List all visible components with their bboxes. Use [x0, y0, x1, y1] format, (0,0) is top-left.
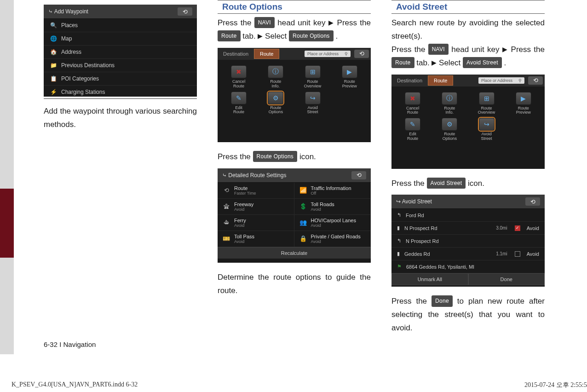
add-waypoint-title: Add Waypoint [54, 8, 88, 15]
detail-setting-item[interactable]: 📶Traffic InformationOff [294, 183, 371, 199]
street-name: N Prospect Rd [406, 238, 439, 244]
menu-label: Map [61, 35, 72, 42]
back-button[interactable]: ⟲ [351, 171, 366, 179]
done-button[interactable]: Done [468, 273, 545, 285]
menu-item[interactable]: 🏠Address [44, 46, 197, 59]
setting-name: Toll Pass [234, 234, 254, 239]
setting-name: Ferry [234, 218, 246, 223]
detail-setting-item[interactable]: 🛣FreewayAvoid [218, 199, 294, 215]
grid-label: AvoidStreet [481, 132, 492, 141]
street-name: 6864 Geddes Rd, Ypsilanti, MI [406, 264, 474, 270]
unmark-all-button[interactable]: Unmark All [391, 273, 468, 285]
grid-label: EditRoute [233, 106, 244, 115]
setting-value: Avoid [234, 239, 254, 244]
search-input[interactable]: Place or Address⚲ [305, 51, 351, 57]
setting-value: Avoid [311, 223, 356, 228]
column-1: ⤷ Add Waypoint ⟲ 🔍Places🌐Map🏠Address📁Pre… [44, 0, 197, 335]
menu-item[interactable]: 📋POI Categories [44, 72, 197, 86]
street-row[interactable]: ▮Geddes Rd1.1miAvoid [391, 248, 545, 260]
route-grid-item[interactable]: ✖CancelRoute [394, 92, 431, 115]
route-grid-item[interactable]: ▶RoutePreview [331, 65, 368, 89]
menu-item[interactable]: 🔍Places [44, 19, 197, 32]
avoid-title: Avoid Street [402, 198, 432, 205]
back-button[interactable]: ⟲ [528, 76, 543, 85]
route-grid-item[interactable]: ▶RoutePreview [505, 92, 542, 115]
setting-icon: 🛣 [222, 203, 230, 210]
setting-icon: 💲 [299, 203, 307, 210]
back-button[interactable]: ⟲ [178, 7, 192, 16]
back-button[interactable]: ⟲ [525, 197, 540, 206]
grid-icon: ▶ [516, 92, 531, 105]
avoid-checkbox[interactable] [515, 225, 520, 231]
setting-value: Faster Time [234, 191, 256, 196]
arrow-icon: ▶ [432, 59, 437, 66]
route-grid-item[interactable]: ⓘRouteInfo. [431, 92, 468, 115]
street-row[interactable]: ▮N Prospect Rd3.0miAvoid [391, 222, 545, 235]
detail-setting-item[interactable]: 🔒Private / Gated RoadsAvoid [294, 231, 371, 247]
setting-value: Avoid [234, 207, 253, 212]
menu-item[interactable]: ⚡Charging Stations [44, 86, 197, 99]
detail-setting-item[interactable]: 👥HOV/Carpool LanesAvoid [294, 215, 371, 231]
setting-name: Route [234, 185, 256, 191]
tab-destination[interactable]: Destination [218, 49, 254, 58]
tab-destination[interactable]: Destination [391, 76, 428, 85]
col2-para3: Determine the route options to guide the… [218, 271, 371, 298]
setting-name: Toll Roads [311, 202, 334, 207]
setting-value: Avoid [311, 239, 361, 244]
grid-icon: ↪ [479, 118, 495, 131]
menu-icon: 🏠 [50, 49, 57, 55]
menu-label: Charging Stations [61, 89, 105, 95]
street-icon: ⚑ [397, 264, 402, 270]
avoid-checkbox[interactable] [515, 251, 520, 257]
menu-icon: 📋 [50, 75, 57, 82]
route-grid-item[interactable]: ⊞RouteOverview [294, 65, 331, 89]
menu-label: Places [61, 22, 78, 29]
col3-para1: Press the NAVI head unit key ▶ Press the… [391, 43, 545, 70]
street-name: Ford Rd [406, 213, 424, 218]
street-icon: ▮ [397, 251, 400, 257]
col1-caption: Add the waypoint through various search­… [44, 105, 197, 132]
street-row[interactable]: ⚑6864 Geddes Rd, Ypsilanti, MI [391, 260, 545, 273]
menu-icon: 🌐 [50, 35, 57, 42]
street-row[interactable]: ↰Ford Rd [391, 209, 545, 222]
setting-name: HOV/Carpool Lanes [311, 218, 356, 223]
done-tag: Done [432, 295, 453, 306]
setting-value: Avoid [234, 223, 246, 228]
detail-setting-item[interactable]: ⛴FerryAvoid [218, 215, 294, 231]
column-3: Avoid Street Search new route by avoidin… [391, 0, 545, 335]
grid-label: RoutePreview [516, 106, 531, 115]
detail-setting-item[interactable]: ⟲RouteFaster Time [218, 183, 294, 199]
route-grid-item[interactable]: ⚙RouteOptions [257, 92, 294, 115]
setting-name: Private / Gated Roads [311, 234, 361, 239]
street-distance: 1.1mi [496, 251, 507, 256]
back-button[interactable]: ⟲ [354, 50, 369, 58]
grid-icon: ⚙ [442, 118, 457, 131]
avoid-icon: ↪ [396, 198, 401, 205]
route-grid-item[interactable]: ⓘRouteInfo. [257, 65, 294, 89]
grid-icon: ⓘ [442, 92, 457, 105]
search-icon: ⚲ [518, 78, 522, 83]
settings-icon: ⤷ [222, 172, 227, 179]
avoid-street-heading: Avoid Street [391, 0, 545, 14]
recalculate-button[interactable]: Recalculate [218, 247, 371, 259]
tab-route[interactable]: Route [428, 75, 453, 86]
menu-item[interactable]: 🌐Map [44, 32, 197, 46]
street-row[interactable]: ↰N Prospect Rd [391, 235, 545, 248]
route-grid-item[interactable]: ⚙RouteOptions [431, 118, 468, 141]
column-2: Route Options Press the NAVI head unit k… [218, 0, 371, 335]
menu-label: Previous Destinations [61, 62, 115, 69]
route-grid-item[interactable]: ✖CancelRoute [220, 65, 257, 89]
route-grid-item[interactable]: ↪AvoidStreet [468, 118, 505, 141]
detail-setting-item[interactable]: 💲Toll RoadsAvoid [294, 199, 371, 215]
menu-item[interactable]: 📁Previous Destinations [44, 59, 197, 72]
detail-setting-item[interactable]: 🎫Toll PassAvoid [218, 231, 294, 247]
route-grid-item[interactable]: ✎EditRoute [220, 92, 257, 115]
tab-route[interactable]: Route [254, 49, 279, 59]
route-grid-item[interactable]: ✎EditRoute [394, 118, 431, 141]
route-grid-item[interactable]: ⊞RouteOverview [468, 92, 505, 115]
section-tab-marker [0, 189, 14, 258]
arrow-icon: ▶ [328, 19, 334, 26]
grid-icon: ✖ [405, 92, 420, 105]
search-input[interactable]: Place or Address⚲ [478, 77, 524, 84]
route-grid-item[interactable]: ↪AvoidStreet [294, 92, 331, 115]
